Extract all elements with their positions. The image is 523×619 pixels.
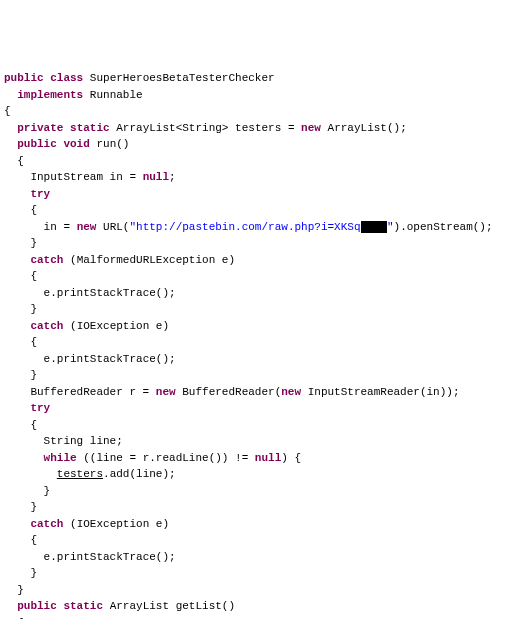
keyword-null: null — [143, 171, 169, 183]
keyword-public: public — [17, 600, 57, 612]
url-string: "http://pastebin.com/raw.php?i=XKSq — [129, 221, 360, 233]
decl-inputstream: InputStream in = — [30, 171, 142, 183]
keyword-public: public — [4, 72, 44, 84]
keyword-while: while — [44, 452, 77, 464]
keyword-new: new — [301, 122, 321, 134]
assign-in: in = — [44, 221, 77, 233]
redacted-text: XXXX — [361, 221, 387, 233]
keyword-new: new — [281, 386, 301, 398]
method-run: run — [96, 138, 116, 150]
call-printstack: e.printStackTrace(); — [44, 353, 176, 365]
keyword-static: static — [63, 600, 103, 612]
type-ioexception: IOException — [77, 518, 150, 530]
class-name: SuperHeroesBetaTesterChecker — [90, 72, 275, 84]
call-printstack: e.printStackTrace(); — [44, 551, 176, 563]
keyword-void: void — [63, 138, 89, 150]
decl-line: String line; — [44, 435, 123, 447]
keyword-catch: catch — [30, 254, 63, 266]
code-editor: public class SuperHeroesBetaTesterChecke… — [4, 70, 519, 619]
keyword-null: null — [255, 452, 281, 464]
field-testers: testers — [235, 122, 281, 134]
keyword-new: new — [77, 221, 97, 233]
keyword-implements: implements — [17, 89, 83, 101]
keyword-static: static — [70, 122, 110, 134]
keyword-catch: catch — [30, 320, 63, 332]
keyword-public: public — [17, 138, 57, 150]
type-malformed: MalformedURLException — [77, 254, 216, 266]
decl-reader: BufferedReader r = — [30, 386, 155, 398]
keyword-new: new — [156, 386, 176, 398]
call-printstack: e.printStackTrace(); — [44, 287, 176, 299]
keyword-try: try — [30, 402, 50, 414]
type-ioexception: IOException — [77, 320, 150, 332]
call-openstream: .openStream(); — [400, 221, 492, 233]
ctor-arraylist: ArrayList(); — [328, 122, 407, 134]
getlist-sig: ArrayList getList() — [103, 600, 235, 612]
type-arraylist: ArrayList<String> — [116, 122, 228, 134]
keyword-catch: catch — [30, 518, 63, 530]
field-testers-ref: testers — [57, 468, 103, 480]
keyword-try: try — [30, 188, 50, 200]
keyword-private: private — [17, 122, 63, 134]
interface-name: Runnable — [90, 89, 143, 101]
keyword-class: class — [50, 72, 83, 84]
